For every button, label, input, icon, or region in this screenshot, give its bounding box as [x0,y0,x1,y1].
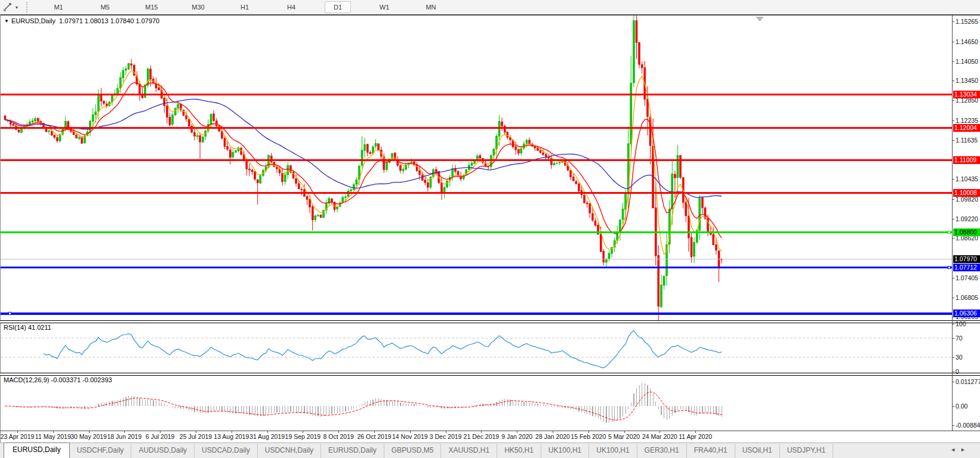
tab-hk50-h1-8[interactable]: HK50,H1 [497,444,541,458]
timeframe-button-w1[interactable]: W1 [361,1,408,13]
timeframe-button-d1[interactable]: D1 [325,1,351,13]
tab-scroll-right-icon[interactable]: ► [960,447,970,453]
tab-usdcnh-daily-4[interactable]: USDCNH,Daily [258,444,321,458]
macd-label: MACD(12,26,9) -0.003371 -0.002393 [4,376,112,383]
tab-uk100-h1-9[interactable]: UK100,H1 [541,444,589,458]
date-label: 23 Apr 2019 [1,433,35,440]
date-tick-mark [160,431,161,433]
horizontal-line-1.11009[interactable] [1,159,952,161]
rsi-tick-label: 30 [956,354,980,361]
horizontal-line-1.13034[interactable] [1,94,952,95]
ohlc-values: 1.07971 1.08013 1.07840 1.07970 [59,17,159,24]
timeframe-button-m1[interactable]: M1 [35,1,82,13]
timeframe-button-m15[interactable]: M15 [128,1,175,13]
price-tick-mark [952,21,954,22]
timeframe-button-m5[interactable]: M5 [82,1,128,13]
tab-usdcad-daily-3[interactable]: USDCAD,Daily [195,444,258,458]
price-chart-pane[interactable] [1,16,951,320]
tab-scroll-arrows[interactable]: ◄► [950,447,970,453]
collapse-icon[interactable]: ▼ [4,18,9,24]
date-label: 5 Mar 2020 [608,433,640,440]
tab-eurusd-daily-5[interactable]: EURUSD,Daily [321,444,384,458]
price-tick-mark [952,140,954,141]
tab-fra40-h1-12[interactable]: FRA40,H1 [687,444,735,458]
macd-tick-label: 0.00 [956,403,980,410]
date-label: 30 May 2019 [70,433,107,440]
price-tag-1.06306: 1.06306 [953,310,980,317]
tab-usdchf-daily-1[interactable]: USDCHF,Daily [70,444,132,458]
date-tick-mark [89,431,90,433]
chart-title: ▼EURUSD,Daily 1.07971 1.08013 1.07840 1.… [4,17,159,24]
date-label: 18 Jun 2019 [107,433,141,440]
price-tick-label: 1.12235 [956,117,980,124]
tab-xauusd-h1-7[interactable]: XAUUSD,H1 [441,444,497,458]
price-tick-label: 1.07405 [956,274,980,281]
macd-indicator-pane[interactable] [1,375,951,430]
crosshair-icon [3,2,13,12]
symbol-label: EURUSD,Daily [11,17,56,24]
date-tick-mark [553,431,553,433]
chart-shift-marker[interactable] [756,17,764,21]
crosshair-tool-button[interactable] [1,2,14,13]
price-tick-mark [952,298,954,298]
line-handle-1.088[interactable] [948,231,951,234]
macd-tick-mark [952,382,954,382]
tab-eurusd-daily-0[interactable]: EURUSD,Daily [4,442,70,458]
price-tag-1.11009: 1.11009 [953,156,980,164]
rsi-label: RSI(14) 41.0211 [4,324,51,331]
price-tick-mark [952,61,954,62]
horizontal-line-1.10008[interactable] [1,192,952,194]
rsi-tick-label: 70 [956,335,980,342]
timeframe-button-m30[interactable]: M30 [175,1,221,13]
date-tick-mark [374,431,375,433]
tab-ger30-h1-11[interactable]: GER30,H1 [637,444,687,458]
date-label: 26 Oct 2019 [357,433,391,440]
date-label: 11 Apr 2020 [679,433,712,440]
date-tick-mark [232,431,232,433]
timeframe-button-mn[interactable]: MN [408,1,454,13]
tab-scroll-left-icon[interactable]: ◄ [950,447,960,453]
rsi-indicator-pane[interactable] [1,323,951,372]
price-tag-1.12004: 1.12004 [953,124,980,132]
tab-uk100-h1-10[interactable]: UK100,H1 [589,444,637,458]
price-tick-label: 1.14050 [956,58,980,65]
timeframe-button-h1[interactable]: H1 [221,1,268,13]
date-label: 3 Dec 2019 [430,433,462,440]
pane-divider[interactable] [0,373,980,376]
tab-usoil-h1-13[interactable]: USOil,H1 [735,444,780,458]
price-tick-mark [952,219,954,219]
horizontal-line-1.06306[interactable] [1,312,952,315]
price-tick-mark [952,238,954,239]
line-handle-1.07712[interactable] [948,266,951,269]
candlestick-series [4,16,723,320]
price-tick-label: 1.10435 [956,175,980,182]
horizontal-line-1.07712[interactable] [1,267,952,268]
date-label: 21 Dec 2019 [464,433,500,440]
price-tick-label: 1.14650 [956,38,980,45]
rsi-tick-label: 0 [956,368,980,375]
tab-audusd-daily-2[interactable]: AUDUSD,Daily [131,444,195,458]
date-tick-mark [481,431,482,433]
horizontal-line-1.0797[interactable] [1,259,952,259]
price-tick-mark [952,81,954,81]
price-tag-1.08800: 1.08800 [953,228,980,236]
price-tick-label: 1.13450 [956,77,980,84]
horizontal-line-1.12004[interactable] [1,127,952,129]
date-tick-mark [267,431,268,433]
date-tick-mark [338,431,339,433]
rsi-line [44,330,722,367]
tab-usdjpy-h1-14[interactable]: USDJPY,H1 [780,444,833,458]
macd-tick-mark [952,425,954,426]
date-tick-mark [695,431,696,433]
price-tick-mark [952,278,954,278]
price-tick-label: 1.11635 [956,137,980,144]
chevron-down-icon[interactable]: ▾ [16,5,18,10]
date-tick-mark [660,431,660,433]
horizontal-line-1.088[interactable] [1,231,952,233]
line-handle-1.06306[interactable] [8,312,11,315]
timeframe-button-h4[interactable]: H4 [268,1,315,13]
rsi-tick-mark [952,357,954,358]
tab-gbpusd-m5-6[interactable]: GBPUSD,M5 [384,444,442,458]
date-tick-mark [196,431,196,433]
pane-divider[interactable] [0,320,980,323]
